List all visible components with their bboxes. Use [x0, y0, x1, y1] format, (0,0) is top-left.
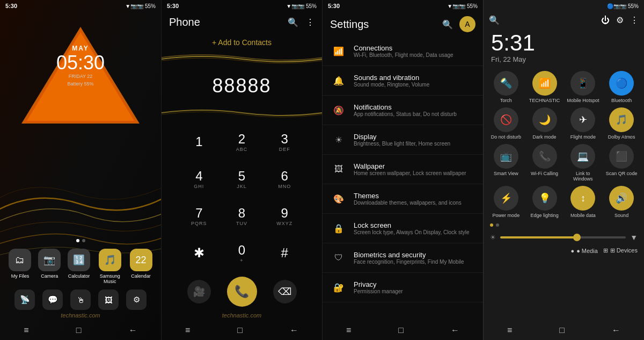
quick-settings-panel: 🔵📷📷 55% 🔍 ⏻ ⚙ ⋮ 5:31 Fri, 22 May 🔦 Torch… — [483, 0, 644, 340]
qs-status-bar: 🔵📷📷 55% — [484, 0, 644, 12]
settings-item-notifications[interactable]: 🔕 Notifications App notifications, Statu… — [323, 96, 483, 125]
home-screen-panel: 5:30 ▼📷📷 55% MAY 05:30 FRIDAY 22 Battery… — [0, 0, 161, 340]
nav-menu-icon[interactable]: ≡ — [24, 325, 28, 335]
qs-tile-bluetooth[interactable]: 🔵 Bluetooth — [604, 71, 639, 103]
dial-key-8[interactable]: 8TUV — [221, 197, 264, 234]
dial-key-star[interactable]: ✱ — [178, 234, 221, 271]
nav-home-icon[interactable]: □ — [237, 325, 243, 335]
nav-menu-icon[interactable]: ≡ — [185, 325, 190, 335]
media-icon: ● — [570, 248, 574, 254]
dial-key-4[interactable]: 4GHI — [178, 160, 221, 197]
settings-item-connections[interactable]: 📶 Connections Wi-Fi, Bluetooth, Flight m… — [323, 37, 483, 66]
settings-item-sounds[interactable]: 🔔 Sounds and vibration Sound mode, Ringt… — [323, 66, 483, 96]
dock2-settings-icon[interactable]: ⚙ — [126, 290, 147, 310]
qs-tile-technastic[interactable]: 📶 TECHNASTIC — [528, 71, 562, 103]
qs-tile-power[interactable]: ⚡ Power mode — [489, 186, 523, 218]
smartview-icon: 📺 — [494, 144, 518, 169]
brightness-right-icon: ▼ — [630, 233, 638, 242]
qs-tile-hotspot[interactable]: 📱 Mobile Hotspot — [566, 71, 601, 103]
qs-tile-edge[interactable]: 💡 Edge lighting — [528, 186, 562, 218]
nav-back-icon[interactable]: ← — [129, 325, 137, 335]
settings-item-wallpaper[interactable]: 🖼 Wallpaper Home screen wallpaper, Lock … — [323, 155, 483, 184]
devices-button[interactable]: ⊞ ⊞ Devices — [603, 247, 638, 254]
qs-tile-flight[interactable]: ✈ Flight mode — [566, 107, 601, 140]
call-button[interactable]: 📞 — [227, 277, 257, 307]
app-music[interactable]: 🎵 Samsung Music — [97, 249, 123, 284]
settings-header-right: 🔍 A — [442, 16, 475, 32]
settings-list: 📶 Connections Wi-Fi, Bluetooth, Flight m… — [323, 37, 483, 321]
app-camera[interactable]: 📷 Camera — [38, 249, 61, 284]
qs-power-icon[interactable]: ⏻ — [601, 16, 610, 25]
nav-home-icon[interactable]: □ — [559, 325, 565, 335]
qs-tile-linkwindows[interactable]: 💻 Link to Windows — [566, 144, 601, 182]
brightness-slider[interactable] — [500, 236, 626, 238]
dial-key-1[interactable]: 1 — [178, 123, 221, 160]
qs-more-icon[interactable]: ⋮ — [630, 15, 639, 25]
settings-item-biometrics[interactable]: 🛡 Biometrics and security Face recogniti… — [323, 243, 483, 273]
qs-tile-mobiledata[interactable]: ↕ Mobile data — [566, 186, 601, 218]
dock2-msg-icon[interactable]: 💬 — [42, 290, 63, 310]
qs-tile-dnd[interactable]: 🚫 Do not disturb — [489, 107, 523, 140]
settings-item-themes[interactable]: 🎨 Themes Downloadable themes, wallpapers… — [323, 184, 483, 214]
qs-tile-smartview[interactable]: 📺 Smart View — [489, 144, 523, 182]
qs-tile-torch[interactable]: 🔦 Torch — [489, 71, 523, 103]
qs-tile-sound[interactable]: 🔊 Sound — [604, 186, 639, 218]
qs-tile-qr[interactable]: ⬛ Scan QR code — [604, 144, 639, 182]
nav-back-icon[interactable]: ← — [290, 325, 298, 335]
app-label: My Files — [11, 273, 30, 279]
qs-tile-wificalling[interactable]: 📞 Wi-Fi Calling — [528, 144, 562, 182]
nav-home-icon[interactable]: □ — [398, 325, 404, 335]
phone-more-icon[interactable]: ⋮ — [306, 17, 314, 27]
dial-key-2[interactable]: 2ABC — [221, 123, 264, 160]
delete-button[interactable]: ⌫ — [273, 280, 297, 303]
qs-tile-dark[interactable]: 🌙 Dark mode — [528, 107, 562, 140]
brightness-left-icon: ☀ — [490, 234, 496, 241]
dial-key-9[interactable]: 9WXYZ — [263, 197, 306, 234]
dial-key-7[interactable]: 7PQRS — [178, 197, 221, 234]
qs-tile-dolby[interactable]: 🎵 Dolby Atmos — [604, 107, 639, 140]
sound-label: Sound — [614, 213, 628, 218]
nav-menu-icon[interactable]: ≡ — [346, 325, 351, 335]
settings-item-lockscreen[interactable]: 🔒 Lock screen Screen lock type, Always O… — [323, 214, 483, 243]
dock2-wifi-icon[interactable]: 📡 — [14, 290, 35, 310]
phone-status-bar: 5:30 ▼📷📷 55% — [162, 0, 322, 12]
wallpaper-text: Wallpaper Home screen wallpaper, Lock sc… — [354, 162, 466, 176]
dnd-label: Do not disturb — [491, 134, 521, 140]
settings-search-icon[interactable]: 🔍 — [442, 19, 453, 30]
settings-status-bar: 5:30 ▼📷📷 55% — [323, 0, 483, 12]
edge-lighting-icon: 💡 — [532, 186, 557, 211]
add-to-contacts-button[interactable]: + Add to Contacts — [162, 33, 322, 49]
display-title: Display — [354, 133, 450, 141]
qs-search-icon[interactable]: 🔍 — [489, 15, 500, 25]
nav-back-icon[interactable]: ← — [451, 325, 459, 335]
watermark: technastic.com — [0, 312, 161, 321]
dial-key-3[interactable]: 3DEF — [263, 123, 306, 160]
phone-watermark: technastic.com — [162, 312, 322, 321]
smartview-label: Smart View — [494, 171, 518, 176]
clock-month: MAY — [56, 45, 105, 52]
dial-key-hash[interactable]: # — [263, 234, 306, 271]
qs-status-icons: 🔵📷📷 55% — [607, 3, 639, 9]
settings-item-privacy[interactable]: 🔐 Privacy Permission manager — [323, 273, 483, 302]
dock2-photo-icon[interactable]: 🖼 — [98, 290, 119, 310]
app-calendar[interactable]: 22 Calendar — [130, 249, 152, 284]
dial-key-6[interactable]: 6MNO — [263, 160, 306, 197]
dark-mode-icon: 🌙 — [532, 107, 557, 132]
settings-item-display[interactable]: ☀ Display Brightness, Blue light filter,… — [323, 125, 483, 155]
nav-home-icon[interactable]: □ — [76, 325, 82, 335]
dock2-cursor-icon[interactable]: 🖱 — [70, 290, 91, 310]
qs-media-row: ● ● Media ⊞ ⊞ Devices — [484, 246, 644, 255]
status-time: 5:30 — [5, 3, 17, 9]
video-call-button[interactable]: 🎥 — [187, 280, 211, 303]
nav-menu-icon[interactable]: ≡ — [507, 325, 512, 335]
nav-back-icon[interactable]: ← — [612, 325, 620, 335]
settings-avatar[interactable]: A — [459, 16, 475, 32]
phone-panel: 5:30 ▼📷📷 55% Phone 🔍 ⋮ + Add to Contacts… — [161, 0, 322, 340]
app-calculator[interactable]: 🔢 Calculator — [68, 249, 90, 284]
qs-settings-icon[interactable]: ⚙ — [616, 15, 624, 25]
media-button[interactable]: ● ● Media — [570, 248, 597, 254]
phone-search-icon[interactable]: 🔍 — [288, 17, 298, 27]
app-my-files[interactable]: 🗂 My Files — [9, 249, 31, 284]
dial-key-5[interactable]: 5JKL — [221, 160, 264, 197]
dial-key-0[interactable]: 0+ — [221, 234, 264, 271]
